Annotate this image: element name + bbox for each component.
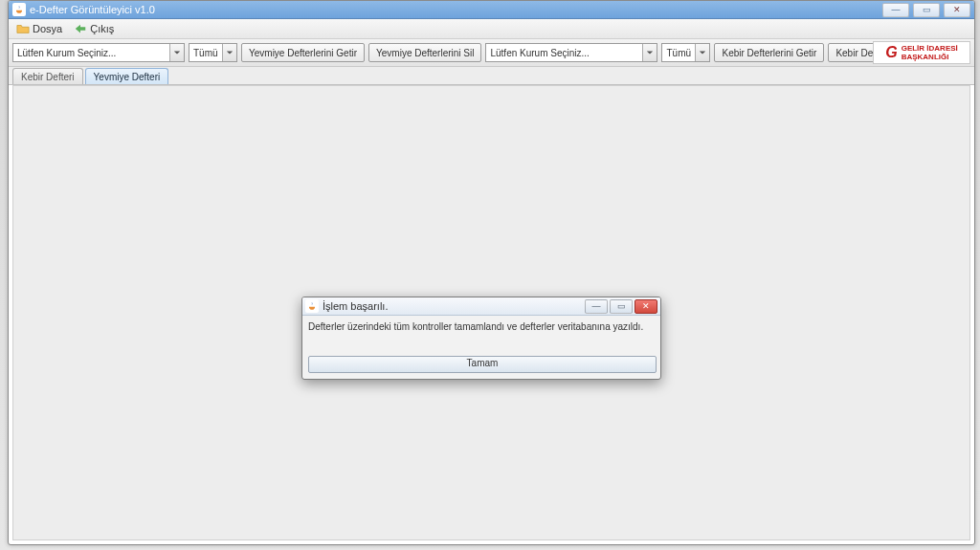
dialog-titlebar[interactable]: İşlem başarılı. — ▭ ✕: [302, 297, 660, 316]
tab-kebir[interactable]: Kebir Defteri: [12, 68, 83, 84]
dialog-minimize-button[interactable]: —: [585, 299, 608, 314]
combo-all-2[interactable]: Tümü: [661, 43, 710, 62]
folder-open-icon: [16, 22, 30, 35]
exit-arrow-icon: [74, 22, 87, 35]
menu-file-label: Dosya: [33, 23, 62, 34]
chevron-down-icon: [642, 44, 657, 61]
window-titlebar[interactable]: e-Defter Görüntüleyici v1.0 — ▭ ✕: [9, 1, 974, 19]
btn-yevmiye-sil[interactable]: Yevmiye Defterlerini Sil: [368, 43, 481, 62]
success-dialog: İşlem başarılı. — ▭ ✕ Defterler üzerinde…: [301, 297, 661, 380]
window-maximize-button[interactable]: ▭: [913, 3, 940, 17]
combo-kurum-2-text: Lütfen Kurum Seçiniz...: [486, 48, 642, 58]
window-minimize-button[interactable]: —: [882, 3, 909, 17]
combo-kurum-2[interactable]: Lütfen Kurum Seçiniz...: [485, 43, 657, 62]
dialog-title: İşlem başarılı.: [323, 300, 388, 312]
chevron-down-icon: [695, 44, 709, 61]
btn-yevmiye-getir[interactable]: Yevmiye Defterlerini Getir: [241, 43, 365, 62]
java-cup-icon: [12, 3, 26, 16]
brand-line2: BAŞKANLIĞI: [902, 53, 958, 61]
window-title: e-Defter Görüntüleyici v1.0: [30, 4, 155, 15]
combo-all-2-text: Tümü: [662, 48, 695, 58]
brand-line1: GELİR İDARESİ: [902, 44, 958, 53]
toolbar: Lütfen Kurum Seçiniz... Tümü Yevmiye Def…: [9, 39, 974, 67]
combo-kurum-1[interactable]: Lütfen Kurum Seçiniz...: [12, 43, 185, 62]
combo-kurum-1-text: Lütfen Kurum Seçiniz...: [13, 48, 169, 58]
brand-mark-icon: G: [885, 45, 897, 60]
dialog-ok-button[interactable]: Tamam: [308, 356, 657, 373]
dialog-body: Defterler üzerindeki tüm kontroller tama…: [302, 316, 660, 352]
combo-all-1-text: Tümü: [189, 48, 222, 58]
tabstrip: Kebir Defteri Yevmiye Defteri: [9, 67, 974, 85]
dialog-close-button[interactable]: ✕: [635, 299, 657, 314]
chevron-down-icon: [169, 44, 184, 61]
btn-kebir-getir[interactable]: Kebir Defterlerini Getir: [714, 43, 824, 62]
java-cup-icon: [305, 299, 319, 313]
app-window: e-Defter Görüntüleyici v1.0 — ▭ ✕ Dosya …: [8, 0, 975, 545]
menubar: Dosya Çıkış: [9, 19, 974, 39]
brand-logo: G GELİR İDARESİ BAŞKANLIĞI: [873, 41, 970, 64]
menu-exit-label: Çıkış: [90, 23, 114, 34]
dialog-maximize-button[interactable]: ▭: [610, 299, 633, 314]
combo-all-1[interactable]: Tümü: [189, 43, 237, 62]
dialog-message: Defterler üzerindeki tüm kontroller tama…: [308, 321, 655, 350]
dialog-controls: — ▭ ✕: [585, 299, 657, 314]
chevron-down-icon: [222, 44, 236, 61]
tab-yevmiye[interactable]: Yevmiye Defteri: [85, 68, 169, 84]
window-controls: — ▭ ✕: [882, 3, 970, 17]
menu-exit[interactable]: Çıkış: [70, 21, 118, 36]
window-close-button[interactable]: ✕: [944, 3, 970, 17]
menu-file[interactable]: Dosya: [12, 21, 66, 36]
dialog-footer: Tamam: [302, 352, 660, 379]
